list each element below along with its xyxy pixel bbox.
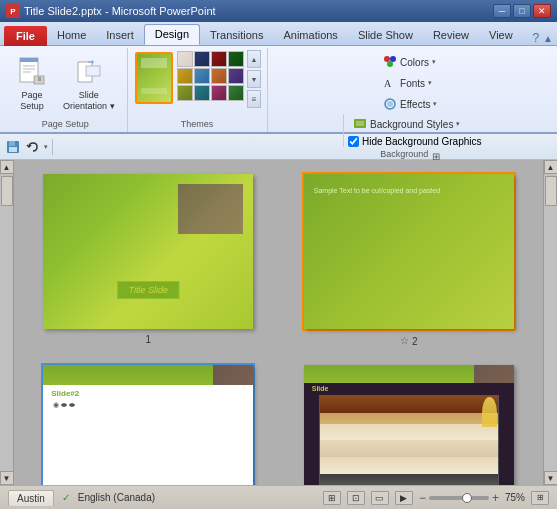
qat-area: ▾ [4, 138, 55, 156]
themes-area [133, 50, 175, 108]
themes-button[interactable] [133, 50, 175, 108]
themes-content: ▲ ▼ ≡ [133, 50, 261, 117]
page-setup-icon [16, 56, 48, 88]
undo-button[interactable] [24, 138, 42, 156]
left-scrollbar[interactable]: ▲ ▼ [0, 160, 14, 485]
themes-more[interactable]: ≡ [247, 90, 261, 108]
themes-scroll-down[interactable]: ▼ [247, 70, 261, 88]
scroll-track[interactable] [0, 174, 13, 471]
theme-swatch-6[interactable] [194, 68, 210, 84]
theme-swatch-7[interactable] [211, 68, 227, 84]
tab-animations[interactable]: Animations [273, 26, 347, 45]
close-button[interactable]: ✕ [533, 4, 551, 18]
svg-point-12 [387, 61, 393, 67]
slide-thumb-3[interactable]: Slide#2 ◉ ⬬ ⬬ [43, 365, 253, 485]
tab-insert[interactable]: Insert [96, 26, 144, 45]
save-button[interactable] [4, 138, 22, 156]
slide-wrapper-3[interactable]: Slide#2 ◉ ⬬ ⬬ [41, 363, 255, 485]
scroll-right-thumb[interactable] [545, 176, 557, 206]
minimize-button[interactable]: ─ [493, 4, 511, 18]
powerpoint-icon: P [6, 4, 20, 18]
scroll-right-track[interactable] [544, 174, 557, 471]
theme-swatch-8[interactable] [228, 68, 244, 84]
zoom-slider-thumb[interactable] [462, 493, 472, 503]
effects-label: Effects [400, 99, 430, 110]
slide-wrapper-1[interactable]: Title Slide [41, 172, 255, 331]
slide1-title-box: Title Slide [118, 281, 179, 299]
fonts-button[interactable]: A Fonts ▾ [378, 73, 437, 93]
undo-dropdown[interactable]: ▾ [44, 143, 48, 151]
help-icon[interactable]: ? [532, 31, 539, 45]
svg-rect-9 [86, 66, 100, 76]
tab-home[interactable]: Home [47, 26, 96, 45]
zoom-plus-button[interactable]: + [492, 491, 499, 505]
slide-number-2: 2 [412, 336, 418, 347]
page-setup-button[interactable]: PageSetup [10, 52, 54, 116]
status-tab-label: Austin [17, 493, 45, 504]
colors-label: Colors [400, 57, 429, 68]
theme-swatch-9[interactable] [177, 85, 193, 101]
scroll-up-arrow[interactable]: ▲ [0, 160, 14, 174]
tab-slideshow[interactable]: Slide Show [348, 26, 423, 45]
tab-transitions[interactable]: Transitions [200, 26, 273, 45]
themes-scroll-up[interactable]: ▲ [247, 50, 261, 68]
theme-swatch-12[interactable] [228, 85, 244, 101]
hide-background-checkbox[interactable] [348, 136, 359, 147]
scroll-right-up[interactable]: ▲ [544, 160, 558, 174]
slide1-overlay [178, 184, 243, 234]
tab-design[interactable]: Design [144, 24, 200, 45]
slide-wrapper-4[interactable]: Slide [302, 363, 516, 485]
theme-swatch-3[interactable] [211, 51, 227, 67]
tab-file[interactable]: File [4, 26, 47, 46]
slide3-header-accent [213, 365, 253, 385]
zoom-control: − + [419, 491, 499, 505]
slide2-footer: ☆ 2 [400, 333, 418, 347]
theme-swatch-5[interactable] [177, 68, 193, 84]
zoom-minus-button[interactable]: − [419, 491, 426, 505]
slide-thumb-2[interactable]: Sample Text to be cut/copied and pasted [304, 174, 514, 329]
theme-swatch-10[interactable] [194, 85, 210, 101]
effects-button[interactable]: Effects ▾ [378, 94, 442, 114]
slide-wrapper-2[interactable]: Sample Text to be cut/copied and pasted [302, 172, 516, 331]
svg-rect-19 [9, 141, 15, 146]
slide-orientation-button[interactable]: SlideOrientation ▾ [57, 52, 121, 116]
page-setup-label: PageSetup [20, 90, 44, 112]
fit-slide-button[interactable]: ⊞ [531, 491, 549, 505]
right-scrollbar[interactable]: ▲ ▼ [543, 160, 557, 485]
scroll-thumb[interactable] [1, 176, 13, 206]
view-normal-button[interactable]: ⊞ [323, 491, 341, 505]
colors-button[interactable]: Colors ▾ [378, 52, 441, 72]
slide-thumb-4[interactable]: Slide [304, 365, 514, 485]
window-controls[interactable]: ─ □ ✕ [493, 4, 551, 18]
theme-swatch-2[interactable] [194, 51, 210, 67]
status-right: ⊞ ⊡ ▭ ▶ − + 75% ⊞ [323, 491, 549, 505]
status-tab-austin[interactable]: Austin [8, 490, 54, 506]
theme-swatch-11[interactable] [211, 85, 227, 101]
background-styles-button[interactable]: Background Styles ▾ [348, 114, 482, 134]
scroll-down-arrow[interactable]: ▼ [0, 471, 14, 485]
zoom-slider-track[interactable] [429, 496, 489, 500]
background-styles-icon [353, 117, 367, 131]
status-bar: Austin ✓ English (Canada) ⊞ ⊡ ▭ ▶ − + 75… [0, 485, 557, 509]
slide-container-4: Slide 4 [287, 363, 532, 485]
slide-number-1: 1 [145, 334, 151, 345]
fonts-label: Fonts [400, 78, 425, 89]
tab-review[interactable]: Review [423, 26, 479, 45]
theme-swatch-1[interactable] [177, 51, 193, 67]
slide-container-1: Title Slide 1 [26, 172, 271, 347]
restore-button[interactable]: □ [513, 4, 531, 18]
status-language: English (Canada) [78, 492, 155, 503]
scroll-right-down[interactable]: ▼ [544, 471, 558, 485]
view-slideshow-button[interactable]: ▶ [395, 491, 413, 505]
hide-background-label: Hide Background Graphics [362, 136, 482, 147]
tab-view[interactable]: View [479, 26, 523, 45]
theme-swatch-4[interactable] [228, 51, 244, 67]
colors-dropdown-arrow: ▾ [432, 58, 436, 66]
view-reading-button[interactable]: ▭ [371, 491, 389, 505]
slide-thumb-1[interactable]: Title Slide [43, 174, 253, 329]
fonts-icon: A [383, 76, 397, 90]
slide1-title-text: Title Slide [129, 285, 168, 295]
view-slide-sorter-button[interactable]: ⊡ [347, 491, 365, 505]
page-setup-content: PageSetup SlideOrientation ▾ [10, 50, 121, 117]
ribbon-minimize-icon[interactable]: ▲ [543, 33, 553, 44]
